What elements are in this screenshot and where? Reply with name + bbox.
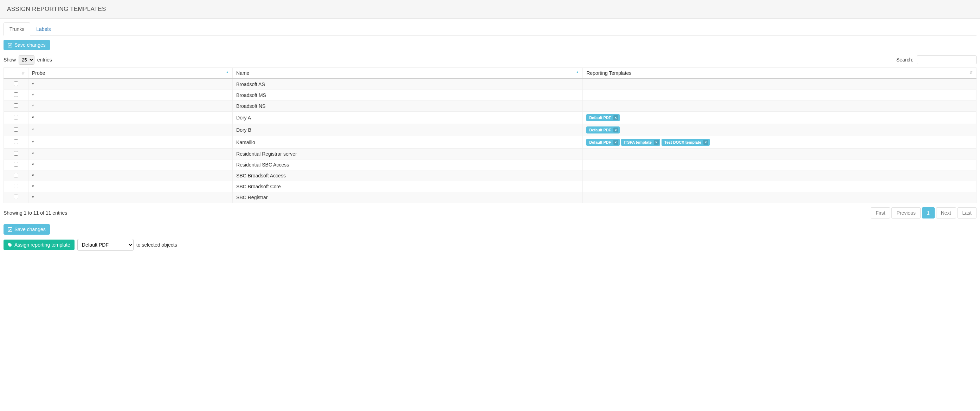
row-checkbox[interactable] (14, 140, 18, 144)
template-select[interactable]: Default PDF (77, 239, 134, 251)
entries-control: Show 25 entries (3, 55, 52, 65)
table-row: *SBC Registrar (4, 192, 977, 203)
assign-suffix: to selected objects (136, 242, 177, 248)
col-header-templates[interactable]: Reporting Templates (583, 68, 977, 79)
row-checkbox[interactable] (14, 151, 18, 156)
svg-rect-0 (8, 43, 12, 47)
row-name: Residential Registrar server (233, 149, 583, 159)
page-next[interactable]: Next (936, 207, 956, 219)
row-checkbox-cell (4, 124, 29, 136)
row-checkbox-cell (4, 181, 29, 192)
template-tag: ITSPA template× (621, 139, 660, 146)
template-tag: Test DOCX template× (662, 139, 710, 146)
pagination: First Previous 1 Next Last (869, 207, 977, 219)
row-checkbox-cell (4, 112, 29, 124)
template-tag-label: Default PDF (589, 116, 611, 120)
row-probe: * (29, 192, 233, 203)
row-templates (583, 159, 977, 170)
table-row: *SBC Broadsoft Access (4, 170, 977, 181)
table-row: *SBC Broadsoft Core (4, 181, 977, 192)
table-body: *Broadsoft AS*Broadsoft MS*Broadsoft NS*… (4, 79, 977, 203)
row-checkbox[interactable] (14, 162, 18, 167)
assign-template-button[interactable]: Assign reporting template (3, 240, 75, 250)
row-checkbox[interactable] (14, 103, 18, 108)
row-checkbox-cell (4, 79, 29, 90)
row-checkbox[interactable] (14, 195, 18, 199)
row-checkbox-cell (4, 149, 29, 159)
row-checkbox[interactable] (14, 127, 18, 132)
row-checkbox-cell (4, 101, 29, 112)
row-templates (583, 192, 977, 203)
page-last[interactable]: Last (958, 207, 977, 219)
template-tag-label: Default PDF (589, 128, 611, 132)
row-name: SBC Registrar (233, 192, 583, 203)
row-probe: * (29, 170, 233, 181)
save-changes-button-bottom[interactable]: Save changes (3, 224, 50, 235)
assign-label: Assign reporting template (14, 242, 70, 248)
row-name: Residential SBC Access (233, 159, 583, 170)
page-1[interactable]: 1 (922, 207, 935, 219)
table-row: *Broadsoft NS (4, 101, 977, 112)
remove-tag-icon[interactable]: × (654, 140, 659, 145)
row-probe: * (29, 101, 233, 112)
page-previous[interactable]: Previous (891, 207, 920, 219)
col-header-checkbox[interactable] (4, 68, 29, 79)
page-first[interactable]: First (871, 207, 890, 219)
row-name: SBC Broadsoft Access (233, 170, 583, 181)
row-templates: Default PDF×ITSPA template×Test DOCX tem… (583, 136, 977, 149)
row-checkbox[interactable] (14, 184, 18, 188)
search-label: Search: (896, 57, 913, 62)
remove-tag-icon[interactable]: × (613, 127, 618, 132)
row-name: Dory A (233, 112, 583, 124)
row-templates (583, 90, 977, 101)
remove-tag-icon[interactable]: × (613, 140, 618, 145)
save-changes-button-top[interactable]: Save changes (3, 40, 50, 50)
show-label: Show (3, 57, 16, 62)
row-probe: * (29, 159, 233, 170)
row-templates: Default PDF× (583, 124, 977, 136)
footer-info: Showing 1 to 11 of 11 entries (3, 210, 67, 216)
row-probe: * (29, 181, 233, 192)
check-icon (8, 43, 12, 48)
row-templates (583, 149, 977, 159)
row-checkbox[interactable] (14, 92, 18, 97)
table-row: *Residential SBC Access (4, 159, 977, 170)
save-label: Save changes (14, 227, 46, 232)
row-checkbox-cell (4, 192, 29, 203)
row-templates (583, 181, 977, 192)
entries-label: entries (37, 57, 52, 62)
tab-trunks[interactable]: Trunks (3, 22, 30, 35)
row-probe: * (29, 90, 233, 101)
row-checkbox[interactable] (14, 115, 18, 119)
row-checkbox[interactable] (14, 81, 18, 86)
search-control: Search: (896, 56, 977, 64)
search-input[interactable] (917, 56, 977, 64)
table-row: *KamailioDefault PDF×ITSPA template×Test… (4, 136, 977, 149)
row-name: Kamailio (233, 136, 583, 149)
tag-icon (8, 243, 12, 247)
row-probe: * (29, 149, 233, 159)
template-tag-label: ITSPA template (624, 140, 652, 144)
row-templates (583, 101, 977, 112)
row-checkbox-cell (4, 90, 29, 101)
row-checkbox-cell (4, 159, 29, 170)
template-tag: Default PDF× (586, 139, 619, 146)
row-probe: * (29, 124, 233, 136)
check-icon (8, 227, 12, 232)
row-checkbox[interactable] (14, 173, 18, 178)
svg-point-2 (8, 243, 9, 244)
template-tag: Default PDF× (586, 127, 619, 133)
col-header-probe[interactable]: Probe (29, 68, 233, 79)
entries-select[interactable]: 25 (19, 55, 35, 65)
row-probe: * (29, 79, 233, 90)
col-header-name[interactable]: Name (233, 68, 583, 79)
row-name: Broadsoft NS (233, 101, 583, 112)
row-name: SBC Broadsoft Core (233, 181, 583, 192)
template-tag-label: Test DOCX template (664, 140, 701, 144)
table-row: *Dory ADefault PDF× (4, 112, 977, 124)
remove-tag-icon[interactable]: × (613, 115, 618, 120)
row-checkbox-cell (4, 136, 29, 149)
tab-labels[interactable]: Labels (30, 22, 57, 35)
template-tag-label: Default PDF (589, 140, 611, 144)
remove-tag-icon[interactable]: × (703, 140, 708, 145)
